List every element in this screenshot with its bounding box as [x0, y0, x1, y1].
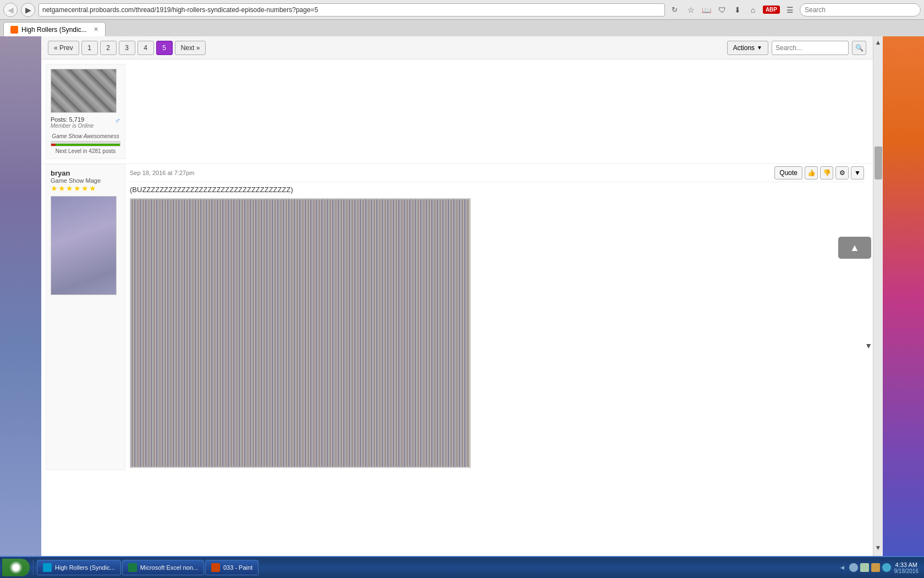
next-button[interactable]: Next » — [175, 41, 206, 55]
bryan-user-title: Game Show Mage — [51, 177, 120, 184]
like-icon: 👍 — [807, 169, 816, 177]
refresh-button[interactable]: ↻ — [668, 3, 681, 17]
progress-next-level: Next Level in 4281 posts — [51, 148, 120, 154]
page-search-input[interactable] — [772, 41, 849, 55]
start-button[interactable] — [2, 559, 30, 576]
far-right-sidebar — [883, 36, 924, 556]
gender-icon: ♂ — [115, 116, 121, 125]
menu-icon[interactable]: ☰ — [783, 3, 796, 17]
main-page-area: « Prev 1 2 3 4 5 Next » Actions ▼ 🔍 — [41, 36, 873, 556]
pagination-bar: « Prev 1 2 3 4 5 Next » Actions ▼ 🔍 — [41, 36, 873, 59]
taskbar-btn-paint[interactable]: 033 - Paint — [205, 560, 258, 575]
tab-favicon — [10, 26, 18, 34]
search-go-button[interactable]: 🔍 — [852, 41, 866, 55]
browser-window: ◀ ▶ ↻ ☆ 📖 🛡 ⬇ ⌂ ABP ☰ High Rollers (Synd… — [0, 0, 924, 578]
bryan-post-container: bryan Game Show Mage ★★★★★★ Sep 18, 2016… — [41, 164, 873, 475]
taskbar-btn-label-2: Microsoft Excel non... — [140, 564, 198, 571]
actions-button[interactable]: Actions ▼ — [727, 41, 768, 55]
progress-title: Game Show Awesomeness — [51, 133, 120, 139]
page-btn-2[interactable]: 2 — [100, 41, 117, 55]
actions-chevron-icon: ▼ — [757, 45, 762, 51]
page-btn-1[interactable]: 1 — [81, 41, 98, 55]
top-user-sidebar: Posts: 5,719 Member is Online ♂ Game Sho… — [46, 64, 125, 159]
taskbar-btn-highrollers[interactable]: High Rollers (Syndic... — [37, 560, 121, 575]
download-icon[interactable]: ⬇ — [731, 3, 744, 17]
page-btn-3[interactable]: 3 — [119, 41, 135, 55]
taskbar: High Rollers (Syndic... Microsoft Excel … — [0, 556, 924, 578]
scroll-to-top-button[interactable]: ▲ — [838, 237, 871, 259]
reading-icon[interactable]: 📖 — [700, 3, 713, 17]
post-header: Sep 18, 2016 at 7:27pm Quote 👍 👎 ⚙ — [130, 166, 864, 182]
back-button[interactable]: ◀ — [3, 3, 18, 17]
browser-toolbar: ◀ ▶ ↻ ☆ 📖 🛡 ⬇ ⌂ ABP ☰ — [0, 0, 924, 20]
taskbar-divider-1 — [33, 560, 34, 575]
post-timestamp: Sep 18, 2016 at 7:27pm — [130, 170, 194, 176]
taskbar-btn-label-3: 033 - Paint — [223, 564, 252, 571]
tray-hide-icon[interactable]: ◄ — [839, 564, 846, 571]
post-settings-button[interactable]: ⚙ — [835, 166, 849, 179]
gear-icon: ⚙ — [839, 169, 845, 177]
home-icon[interactable]: ⌂ — [746, 3, 760, 17]
page-btn-5-current[interactable]: 5 — [156, 41, 173, 55]
scroll-top-icon: ▲ — [850, 242, 860, 254]
scroll-up-button[interactable]: ▲ — [875, 39, 882, 46]
top-user-info: Posts: 5,719 Member is Online — [51, 116, 94, 129]
left-sidebar-bg — [0, 36, 41, 556]
bookmark-icon[interactable]: ☆ — [685, 3, 698, 17]
taskbar-btn-excel[interactable]: Microsoft Excel non... — [122, 560, 204, 575]
far-right-overlay — [883, 36, 924, 556]
tab-highrollers[interactable]: High Rollers (Syndic... ✕ — [3, 22, 106, 36]
tray-date-value: 9/18/2016 — [894, 568, 919, 574]
dislike-button[interactable]: 👎 — [820, 166, 833, 179]
quote-button[interactable]: Quote — [774, 166, 802, 179]
progress-red — [51, 144, 56, 146]
tray-icon-1 — [849, 563, 858, 572]
tray-icon-2 — [860, 563, 869, 572]
browser-search-input[interactable] — [800, 3, 921, 17]
forward-button[interactable]: ▶ — [21, 3, 35, 17]
actions-label: Actions — [733, 44, 755, 52]
tray-icon-3 — [871, 563, 880, 572]
tray-time-value: 4:33 AM — [894, 561, 919, 568]
chevron-down-icon: ▼ — [854, 169, 861, 177]
post-dropdown-button[interactable]: ▼ — [851, 166, 864, 179]
bryan-post-right: Sep 18, 2016 at 7:27pm Quote 👍 👎 ⚙ — [125, 164, 868, 470]
browser-tabs: High Rollers (Syndic... ✕ — [0, 20, 924, 36]
scrollbar-thumb[interactable] — [875, 146, 882, 179]
top-post-container: Posts: 5,719 Member is Online ♂ Game Sho… — [41, 59, 873, 164]
pagination-right: Actions ▼ 🔍 — [727, 41, 866, 55]
tray-icon-4 — [882, 563, 891, 572]
page-wrapper: « Prev 1 2 3 4 5 Next » Actions ▼ 🔍 — [0, 36, 924, 556]
bryan-star-rating: ★★★★★★ — [51, 184, 120, 193]
prev-button[interactable]: « Prev — [48, 41, 79, 55]
online-status: Member is Online — [51, 123, 94, 129]
paint-icon — [211, 563, 220, 572]
toolbar-icons: ☆ 📖 🛡 ⬇ ⌂ — [685, 3, 760, 17]
post-text: (BUZZZZZZZZZZZZZZZZZZZZZZZZZZZZZZZZZZ) — [130, 186, 864, 194]
like-button[interactable]: 👍 — [805, 166, 818, 179]
top-user-avatar-image — [51, 69, 116, 112]
right-scrollbar[interactable]: ▲ ▼ — [873, 36, 883, 556]
ie-icon — [43, 563, 52, 572]
post-count: Posts: 5,719 — [51, 116, 94, 123]
top-user-avatar — [51, 69, 117, 113]
dislike-icon: 👎 — [823, 169, 831, 177]
buzz-image — [130, 198, 471, 468]
shield-icon[interactable]: 🛡 — [716, 3, 729, 17]
progress-green — [56, 144, 120, 146]
addon-badge: ABP — [763, 6, 780, 14]
tab-label: High Rollers (Syndic... — [21, 26, 87, 34]
scroll-down-button[interactable]: ▼ — [875, 544, 882, 552]
page-btn-4[interactable]: 4 — [138, 41, 154, 55]
tab-close-icon[interactable]: ✕ — [94, 26, 98, 33]
right-dropdown-arrow[interactable]: ▼ — [865, 341, 872, 350]
taskbar-btn-label-1: High Rollers (Syndic... — [55, 564, 115, 571]
tray-icons — [849, 563, 891, 572]
windows-logo — [9, 561, 23, 574]
post-actions: Quote 👍 👎 ⚙ ▼ — [774, 166, 864, 179]
stripes-pattern — [131, 199, 470, 467]
taskbar-tray: ◄ 4:33 AM 9/18/2016 — [836, 561, 922, 574]
address-bar[interactable] — [38, 3, 665, 17]
bryan-username-link[interactable]: bryan — [51, 169, 120, 177]
search-go-icon: 🔍 — [855, 44, 864, 52]
